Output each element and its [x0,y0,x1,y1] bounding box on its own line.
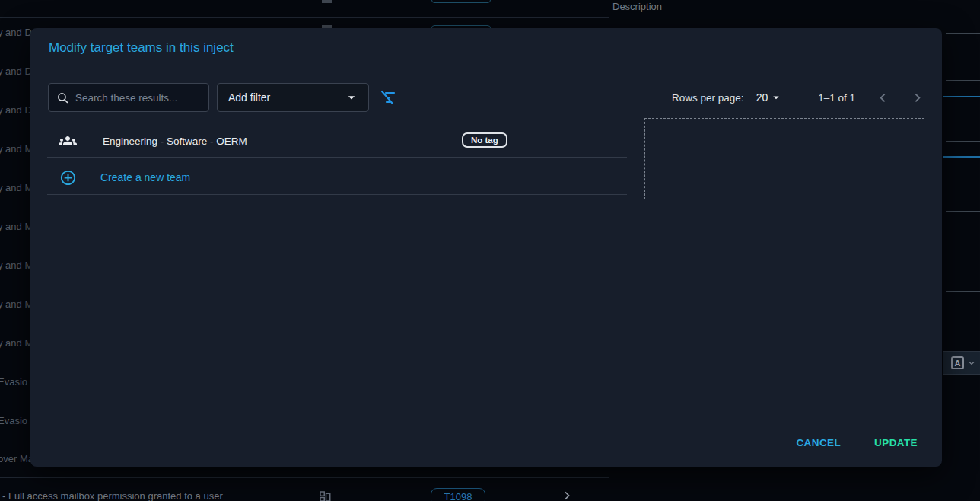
bg-top-divider [0,17,609,18]
cancel-button[interactable]: CANCEL [790,432,847,453]
dialog-actions: CANCEL UPDATE [790,432,924,453]
text-format-button[interactable]: A [951,356,964,369]
bg-row-fragment: Evasio [0,376,27,388]
bg-row-fragment: over Ma [0,453,33,464]
list-divider [47,194,627,195]
bg-row-fragment: y and M [0,260,33,271]
modify-target-teams-dialog: Modify target teams in this inject Add f… [30,28,942,467]
create-new-team-label: Create a new team [100,171,190,183]
bg-row-fragment: y and D [0,27,32,38]
bg-bottom-row-title: - Full access mailbox permission granted… [2,490,223,501]
bg-technique-chip-fragment [431,0,491,3]
technique-chip[interactable]: T1098 [431,488,485,501]
selected-teams-dropzone[interactable] [644,118,924,199]
chevron-down-icon[interactable] [769,91,783,104]
team-group-icon [59,132,77,150]
bg-row-icon-fragment [322,0,332,3]
add-filter-dropdown[interactable]: Add filter [217,83,369,112]
pagination-next-button[interactable] [911,91,924,104]
bg-field-underline-active [943,156,980,158]
search-icon [56,91,69,104]
bg-row-fragment: y and D [0,65,32,77]
bg-field-underline [946,291,980,292]
bg-row-fragment: y and M [0,182,33,193]
pagination-range-label: 1–1 of 1 [818,92,855,104]
bg-field-underline [946,141,980,142]
kanban-icon [318,490,332,501]
team-tag-badge: No tag [462,132,508,148]
chevron-down-icon [344,90,359,105]
chevron-down-icon[interactable] [967,359,976,368]
bg-field-underline [946,33,980,34]
create-new-team-button[interactable]: Create a new team [48,162,628,193]
bg-row-fragment: y and M [0,221,33,232]
bg-row-fragment: y and M [0,337,33,349]
bg-row-fragment: y and D [0,104,32,116]
bg-row-fragment: Evasio [0,415,27,426]
add-circle-icon [59,169,77,187]
bg-field-underline [946,211,980,212]
bg-field-underline [946,80,980,81]
bg-field-underline-active [943,96,980,97]
list-divider [47,157,627,158]
update-button[interactable]: UPDATE [868,432,924,453]
clear-filters-icon[interactable] [379,88,397,107]
rows-per-page-label: Rows per page: [672,92,744,104]
pagination-bar: Rows per page: 20 1–1 of 1 [672,83,924,112]
bg-bottom-divider [0,477,609,478]
pagination-prev-button[interactable] [877,91,889,104]
bg-editor-toolbar: A [943,351,980,375]
team-row[interactable]: Engineering - Software - OERM No tag [48,126,628,156]
rows-per-page-select[interactable]: 20 [756,91,768,104]
chevron-right-icon[interactable] [561,490,573,501]
search-input-container[interactable] [48,83,209,112]
add-filter-label: Add filter [228,91,270,104]
team-name: Engineering - Software - OERM [103,136,247,147]
bg-row-fragment: y and M [0,143,33,155]
bg-row-fragment: y and M [0,298,33,310]
search-input[interactable] [75,92,201,104]
description-column-header: Description [612,1,662,12]
dialog-title: Modify target teams in this inject [49,40,234,56]
